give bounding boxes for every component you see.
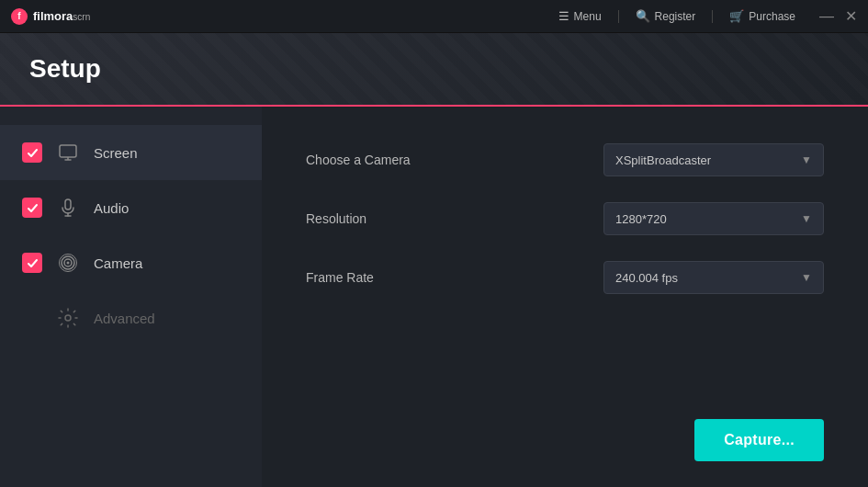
advanced-icon xyxy=(57,307,79,329)
camera-select-value: XSplitBroadcaster xyxy=(615,153,711,167)
sidebar-item-audio[interactable]: Audio xyxy=(0,180,262,235)
window-controls: — ✕ xyxy=(819,9,857,24)
camera-label: Camera xyxy=(94,255,142,271)
framerate-select-value: 240.004 fps xyxy=(615,271,678,285)
capture-button[interactable]: Capture... xyxy=(694,419,824,461)
screen-icon xyxy=(57,142,79,164)
svg-rect-0 xyxy=(60,145,76,157)
advanced-label: Advanced xyxy=(94,311,155,326)
camera-select[interactable]: XSplitBroadcaster ▼ xyxy=(603,143,824,176)
camera-chevron-icon: ▼ xyxy=(801,153,812,166)
check-icon-audio xyxy=(27,202,39,214)
screen-checkbox[interactable] xyxy=(22,142,42,163)
camera-checkbox[interactable] xyxy=(22,253,42,273)
minimize-button[interactable]: — xyxy=(819,9,834,24)
logo-area: f filmorascrn xyxy=(11,8,90,25)
content-area: Choose a Camera XSplitBroadcaster ▼ Reso… xyxy=(262,107,868,487)
close-button[interactable]: ✕ xyxy=(845,9,857,24)
svg-point-7 xyxy=(67,262,70,265)
resolution-setting-label: Resolution xyxy=(306,211,366,226)
register-icon: 🔍 xyxy=(636,9,650,23)
titlebar-actions: ☰ Menu 🔍 Register 🛒 Purchase — ✕ xyxy=(558,9,857,24)
audio-label: Audio xyxy=(94,200,129,216)
sidebar-item-camera[interactable]: Camera xyxy=(0,235,262,290)
framerate-setting-label: Frame Rate xyxy=(306,270,374,285)
logo-icon: f xyxy=(11,8,28,25)
resolution-setting-row: Resolution 1280*720 ▼ xyxy=(306,202,824,235)
audio-checkbox[interactable] xyxy=(22,198,42,218)
svg-point-10 xyxy=(65,315,71,321)
audio-icon xyxy=(57,197,79,219)
camera-icon xyxy=(57,252,79,274)
logo-text: filmorascrn xyxy=(33,9,90,23)
cart-icon: 🛒 xyxy=(729,9,744,23)
title-bar: f filmorascrn ☰ Menu 🔍 Register 🛒 Purcha… xyxy=(0,0,868,33)
sidebar: Screen Audio xyxy=(0,107,262,487)
sidebar-item-screen[interactable]: Screen xyxy=(0,125,262,180)
framerate-select[interactable]: 240.004 fps ▼ xyxy=(603,261,824,294)
camera-setting-row: Choose a Camera XSplitBroadcaster ▼ xyxy=(306,143,824,176)
purchase-button[interactable]: 🛒 Purchase xyxy=(729,9,795,23)
framerate-chevron-icon: ▼ xyxy=(801,271,812,284)
page-title: Setup xyxy=(29,54,101,84)
main-layout: Screen Audio xyxy=(0,107,868,487)
screen-label: Screen xyxy=(94,145,138,161)
resolution-select[interactable]: 1280*720 ▼ xyxy=(603,202,824,235)
check-icon-camera xyxy=(27,257,39,269)
header: Setup xyxy=(0,33,868,107)
sidebar-item-advanced[interactable]: Advanced xyxy=(0,290,262,345)
register-button[interactable]: 🔍 Register xyxy=(636,9,696,23)
advanced-checkbox-placeholder xyxy=(22,308,42,328)
framerate-setting-row: Frame Rate 240.004 fps ▼ xyxy=(306,261,824,294)
resolution-chevron-icon: ▼ xyxy=(801,212,812,225)
resolution-select-value: 1280*720 xyxy=(615,212,667,226)
menu-lines-icon: ☰ xyxy=(558,9,569,23)
svg-rect-3 xyxy=(65,199,71,210)
titlebar-separator-2 xyxy=(712,10,713,23)
check-icon xyxy=(27,147,39,159)
titlebar-separator-1 xyxy=(618,10,619,23)
camera-setting-label: Choose a Camera xyxy=(306,153,411,167)
menu-button[interactable]: ☰ Menu xyxy=(558,9,602,23)
